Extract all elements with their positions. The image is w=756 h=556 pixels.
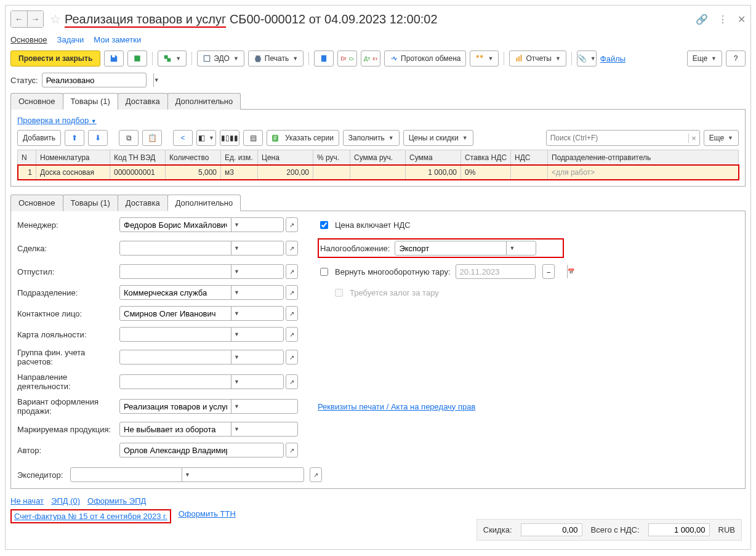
col-dept[interactable]: Подразделение-отправитель [548,150,739,165]
return-tare-checkbox[interactable] [320,268,328,276]
fingroup-combo[interactable]: ▼ [119,350,284,365]
total-input[interactable] [648,523,710,536]
taxation-combo[interactable]: ▼ [395,241,536,256]
tab-delivery-1[interactable]: Доставка [118,93,168,110]
chevron-down-icon[interactable]: ▼ [231,218,242,232]
epd-link[interactable]: ЭПД (0) [51,496,80,506]
col-sum[interactable]: Сумма [406,150,461,165]
goods-more-button[interactable]: Еще▼ [704,130,739,146]
copy-button[interactable]: ⧉ [119,130,139,146]
save-button[interactable] [104,50,124,66]
forward-button[interactable]: → [27,11,43,27]
tab-delivery-2[interactable]: Доставка [118,195,168,211]
col-n[interactable]: N [18,150,36,165]
col-item[interactable]: Номенклатура [36,150,110,165]
fill-button[interactable]: Заполнить▼ [343,130,400,146]
add-button[interactable]: Добавить [17,130,61,146]
create-based-button[interactable]: ▼ [158,50,187,66]
tab-goods-1[interactable]: Товары (1) [63,93,118,110]
help-button[interactable]: ? [726,50,746,66]
move-down-button[interactable]: ⬇ [88,130,108,146]
struct-button[interactable]: ▼ [470,50,499,66]
attach-button[interactable]: 📎▼ [577,50,597,66]
goods-search[interactable]: × [546,130,700,146]
calendar-icon[interactable]: 📅 [567,265,574,278]
open-icon[interactable]: ↗ [310,467,322,482]
invoice-link[interactable]: Счет-фактура № 15 от 4 сентября 2023 г. [14,512,167,521]
list-button[interactable]: ▤ [243,130,263,146]
released-combo[interactable]: ▼ [119,264,284,279]
status-combo[interactable]: ▼ [42,73,147,87]
manager-combo[interactable]: ▼ [119,217,284,232]
reports-button[interactable]: Отчеты▼ [509,50,566,66]
files-link[interactable]: Файлы [600,54,625,63]
open-icon[interactable]: ↗ [286,374,298,389]
chevron-down-icon[interactable]: ▼ [231,422,242,436]
print-button[interactable]: Печать▼ [248,50,304,66]
open-icon[interactable]: ↗ [286,327,298,342]
chevron-down-icon[interactable]: ▼ [182,468,193,481]
clear-icon[interactable]: ‒ [542,264,555,279]
check-select-link[interactable]: Проверка и подбор ▼ [17,116,97,125]
open-icon[interactable]: ↗ [286,241,298,256]
tab-goods-2[interactable]: Товары (1) [63,195,118,211]
post-button[interactable] [127,50,147,66]
nav-tasks[interactable]: Задачи [57,35,84,44]
share-button[interactable]: < [173,130,193,146]
tab-main-1[interactable]: Основное [10,93,63,110]
col-summ[interactable]: Сумма руч. [350,150,406,165]
tab-extra-1[interactable]: Дополнительно [167,93,241,110]
status-input[interactable] [42,73,153,87]
author-combo[interactable] [119,443,284,457]
variant-combo[interactable]: ▼ [119,399,298,414]
series-button[interactable]: # Указать серии [267,130,339,146]
back-button[interactable]: ← [11,11,27,27]
open-icon[interactable]: ↗ [286,264,298,279]
activity-combo[interactable]: ▼ [119,374,284,389]
prices-button[interactable]: Цены и скидки▼ [403,130,473,146]
post-and-close-button[interactable]: Провести и закрыть [10,50,100,66]
dtcr-button[interactable]: DrCr [337,50,357,66]
favorite-star-icon[interactable]: ☆ [49,12,62,26]
chevron-down-icon[interactable]: ▼ [231,350,242,364]
chevron-down-icon[interactable]: ▼ [153,73,159,87]
chevron-down-icon[interactable]: ▼ [231,400,242,413]
deal-combo[interactable]: ▼ [119,241,284,256]
chevron-down-icon[interactable]: ▼ [231,328,242,341]
col-code[interactable]: Код ТН ВЭД [110,150,166,165]
tab-main-2[interactable]: Основное [10,195,63,211]
paste-button[interactable]: 📋 [142,130,162,146]
col-price[interactable]: Цена [258,150,313,165]
tab-extra-2[interactable]: Дополнительно [167,195,241,211]
barcode-button[interactable]: ▮▯▮▮ [220,130,239,146]
doc-button[interactable] [314,50,334,66]
edo-button[interactable]: ЭДО▼ [197,50,244,66]
chevron-down-icon[interactable]: ▼ [231,375,242,389]
nav-main[interactable]: Основное [10,35,47,44]
chevron-down-icon[interactable]: ▼ [231,286,242,299]
link-icon[interactable]: 🔗 [696,14,708,25]
expeditor-combo[interactable]: ▼ [70,467,304,482]
col-pct[interactable]: % руч. [313,150,350,165]
open-icon[interactable]: ↗ [286,350,298,365]
make-epd-link[interactable]: Оформить ЭПД [87,496,146,506]
split-button[interactable]: ◧▼ [196,130,216,146]
contact-combo[interactable]: ▼ [119,306,284,321]
col-unit[interactable]: Ед. изм. [221,150,258,165]
chevron-down-icon[interactable]: ▼ [231,241,242,255]
protocol-button[interactable]: Протокол обмена [384,50,466,66]
dept-combo[interactable]: ▼ [119,285,284,300]
make-ttn-link[interactable]: Оформить ТТН [179,509,236,523]
return-date-combo[interactable]: 📅 [456,264,536,279]
requisites-link[interactable]: Реквизиты печати / Акта на передачу прав [318,402,475,411]
discount-input[interactable] [521,523,582,536]
open-icon[interactable]: ↗ [286,285,298,300]
loyalty-combo[interactable]: ▼ [119,327,284,342]
move-up-button[interactable]: ⬆ [65,130,84,146]
dtkt-button[interactable]: ДтКт [361,50,380,66]
open-icon[interactable]: ↗ [286,306,298,321]
more-icon[interactable]: ⋮ [718,14,728,25]
chevron-down-icon[interactable]: ▼ [231,307,242,320]
col-vat-amt[interactable]: НДС [511,150,548,165]
col-qty[interactable]: Количество [166,150,221,165]
